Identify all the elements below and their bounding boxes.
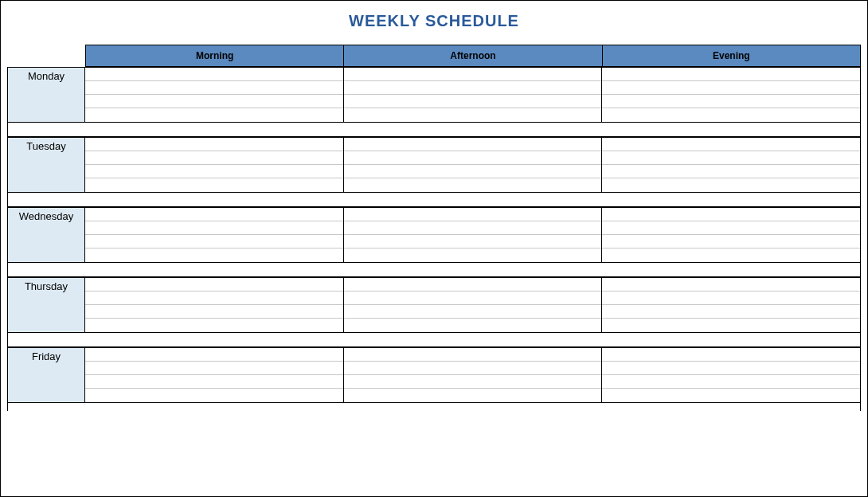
schedule-cell[interactable] <box>602 389 860 402</box>
schedule-cell[interactable] <box>602 362 860 375</box>
schedule-cell[interactable] <box>602 319 860 332</box>
schedule-cell[interactable] <box>85 305 343 319</box>
schedule-cell[interactable] <box>85 138 343 151</box>
schedule-cell[interactable] <box>85 108 343 122</box>
schedule-cell[interactable] <box>344 208 602 221</box>
day-column-evening <box>602 137 861 193</box>
day-grid <box>85 67 861 123</box>
schedule-page: WEEKLY SCHEDULE Morning Afternoon Evenin… <box>0 0 868 497</box>
schedule-cell[interactable] <box>85 221 343 235</box>
day-grid <box>85 277 861 333</box>
schedule-cell[interactable] <box>85 68 343 81</box>
day-block-wednesday: Wednesday <box>7 207 861 263</box>
schedule-cell[interactable] <box>602 108 860 122</box>
schedule-cell[interactable] <box>85 81 343 95</box>
day-block-friday: Friday <box>7 347 861 403</box>
day-label-wednesday: Wednesday <box>7 207 85 263</box>
schedule-cell[interactable] <box>85 278 343 292</box>
day-column-afternoon <box>344 137 603 193</box>
schedule-cell[interactable] <box>344 348 602 362</box>
day-column-evening <box>602 67 861 123</box>
column-header-morning: Morning <box>85 45 344 67</box>
schedule-cell[interactable] <box>344 292 602 305</box>
schedule-cell[interactable] <box>85 95 343 108</box>
schedule-cell[interactable] <box>602 95 860 108</box>
schedule-cell[interactable] <box>344 95 602 108</box>
schedule-cell[interactable] <box>344 138 602 151</box>
schedule-cell[interactable] <box>85 208 343 221</box>
schedule-cell[interactable] <box>85 178 343 192</box>
day-column-evening <box>602 277 861 333</box>
schedule-cell[interactable] <box>85 319 343 332</box>
schedule-cell[interactable] <box>344 81 602 95</box>
day-column-morning <box>85 137 344 193</box>
day-column-evening <box>602 207 861 263</box>
day-column-morning <box>85 347 344 403</box>
schedule-cell[interactable] <box>344 108 602 122</box>
schedule-cell[interactable] <box>85 389 343 402</box>
column-header-evening: Evening <box>603 45 861 67</box>
day-column-afternoon <box>344 67 603 123</box>
schedule-cell[interactable] <box>344 178 602 192</box>
day-spacer <box>7 333 861 347</box>
day-column-morning <box>85 277 344 333</box>
schedule-cell[interactable] <box>602 165 860 178</box>
schedule-cell[interactable] <box>602 221 860 235</box>
day-column-morning <box>85 67 344 123</box>
day-block-tuesday: Tuesday <box>7 137 861 193</box>
schedule-cell[interactable] <box>344 362 602 375</box>
schedule-cell[interactable] <box>344 68 602 81</box>
schedule-cell[interactable] <box>602 235 860 248</box>
day-label-thursday: Thursday <box>7 277 85 333</box>
days-container: MondayTuesdayWednesdayThursdayFriday <box>1 67 867 411</box>
schedule-cell[interactable] <box>344 389 602 402</box>
schedule-cell[interactable] <box>602 138 860 151</box>
schedule-cell[interactable] <box>602 292 860 305</box>
day-label-friday: Friday <box>7 347 85 403</box>
schedule-cell[interactable] <box>602 305 860 319</box>
day-column-morning <box>85 207 344 263</box>
schedule-cell[interactable] <box>85 375 343 389</box>
schedule-cell[interactable] <box>344 319 602 332</box>
schedule-cell[interactable] <box>602 248 860 262</box>
schedule-cell[interactable] <box>344 375 602 389</box>
day-label-monday: Monday <box>7 67 85 123</box>
schedule-cell[interactable] <box>344 278 602 292</box>
column-header-afternoon: Afternoon <box>344 45 602 67</box>
schedule-cell[interactable] <box>602 348 860 362</box>
schedule-cell[interactable] <box>602 178 860 192</box>
schedule-cell[interactable] <box>344 305 602 319</box>
schedule-cell[interactable] <box>344 165 602 178</box>
schedule-cell[interactable] <box>344 235 602 248</box>
schedule-cell[interactable] <box>85 151 343 165</box>
schedule-cell[interactable] <box>602 375 860 389</box>
schedule-cell[interactable] <box>85 235 343 248</box>
schedule-cell[interactable] <box>602 68 860 81</box>
day-column-evening <box>602 347 861 403</box>
column-header-row: Morning Afternoon Evening <box>85 45 861 67</box>
schedule-cell[interactable] <box>85 362 343 375</box>
schedule-cell[interactable] <box>344 221 602 235</box>
day-grid <box>85 207 861 263</box>
schedule-cell[interactable] <box>602 151 860 165</box>
day-column-afternoon <box>344 347 603 403</box>
schedule-cell[interactable] <box>602 81 860 95</box>
schedule-cell[interactable] <box>602 278 860 292</box>
day-column-afternoon <box>344 207 603 263</box>
schedule-cell[interactable] <box>85 292 343 305</box>
day-spacer <box>7 123 861 137</box>
day-block-thursday: Thursday <box>7 277 861 333</box>
schedule-cell[interactable] <box>344 248 602 262</box>
schedule-cell[interactable] <box>602 208 860 221</box>
day-grid <box>85 137 861 193</box>
page-title: WEEKLY SCHEDULE <box>1 1 867 45</box>
schedule-cell[interactable] <box>85 348 343 362</box>
schedule-cell[interactable] <box>85 248 343 262</box>
day-spacer <box>7 403 861 411</box>
day-spacer <box>7 263 861 277</box>
schedule-cell[interactable] <box>344 151 602 165</box>
day-grid <box>85 347 861 403</box>
day-label-tuesday: Tuesday <box>7 137 85 193</box>
schedule-cell[interactable] <box>85 165 343 178</box>
day-column-afternoon <box>344 277 603 333</box>
